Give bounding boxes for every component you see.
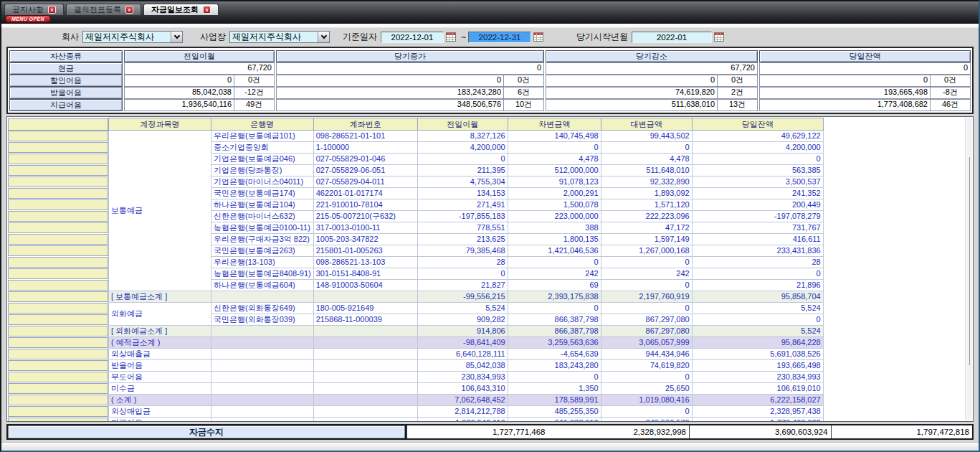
balance-cell[interactable]: 95,858,704 <box>692 291 823 303</box>
carryover-cell[interactable]: -98,641,409 <box>417 337 508 349</box>
credit-cell[interactable]: 944,434,946 <box>601 349 692 360</box>
row-selector[interactable] <box>8 372 108 382</box>
balance-cell[interactable]: 0 <box>692 268 823 280</box>
date-from-input[interactable]: 2022-12-01 <box>381 32 444 43</box>
carryover-cell[interactable]: 5,524 <box>417 303 508 314</box>
bank-name-cell[interactable]: 하나은행(보통예금104) <box>211 199 314 211</box>
carryover-cell[interactable]: 914,806 <box>417 326 508 337</box>
debit-cell[interactable]: 0 <box>508 372 601 383</box>
bank-name-cell[interactable]: 우리은행(구매자금3억 822) <box>211 234 314 245</box>
account-number-cell[interactable]: 462201-01-017174 <box>313 188 417 199</box>
credit-cell[interactable]: 4,478 <box>601 154 692 165</box>
row-selector[interactable] <box>8 211 108 222</box>
credit-cell[interactable]: 1,267,000,168 <box>601 245 692 257</box>
credit-cell[interactable]: 74,619,820 <box>601 360 692 372</box>
account-name-cell[interactable]: 외상매입금 <box>109 406 211 418</box>
debit-cell[interactable]: 0 <box>508 257 601 268</box>
account-number-cell[interactable] <box>313 360 417 372</box>
account-number-cell[interactable] <box>313 337 417 349</box>
tab-fund-daily-report[interactable]: 자금일보조회 x <box>143 4 219 15</box>
carryover-cell[interactable]: 213,625 <box>417 234 508 245</box>
bank-name-cell[interactable]: 국민은행(보통예금263) <box>211 245 314 257</box>
carryover-cell[interactable]: 211,395 <box>417 165 508 176</box>
account-name-cell[interactable]: [ 보통예금소계 ] <box>109 291 211 303</box>
balance-cell[interactable]: 233,431,836 <box>692 245 823 257</box>
row-selector[interactable] <box>8 176 108 187</box>
debit-cell[interactable]: 140,745,498 <box>508 131 601 142</box>
credit-cell[interactable]: 92,332,890 <box>601 176 692 188</box>
row-selector[interactable] <box>8 245 108 256</box>
bank-name-cell[interactable]: 우리은행(보통예금101) <box>211 131 314 142</box>
bank-name-cell[interactable]: 기업은행(보통예금046) <box>211 154 314 165</box>
bank-name-cell[interactable]: 국민은행(외화통장039) <box>211 314 314 326</box>
row-selector[interactable] <box>8 131 108 141</box>
credit-cell[interactable]: 0 <box>601 406 692 418</box>
carryover-cell[interactable]: 271,491 <box>417 199 508 211</box>
row-selector[interactable] <box>8 222 108 233</box>
bank-name-cell[interactable]: 국민은행(보통예금174) <box>211 188 314 199</box>
tab-notice[interactable]: 공지사항 x <box>4 4 64 15</box>
bank-name-cell[interactable] <box>211 360 314 372</box>
account-name-cell[interactable]: 부도어음 <box>109 372 211 383</box>
carryover-cell[interactable]: -99,556,215 <box>417 291 508 303</box>
bank-name-cell[interactable] <box>211 326 314 337</box>
account-number-cell[interactable]: 1-100000 <box>313 142 417 154</box>
debit-cell[interactable]: 2,393,175,838 <box>508 291 601 303</box>
credit-cell[interactable]: 1,893,092 <box>601 188 692 199</box>
account-number-cell[interactable]: 221-910010-78104 <box>313 199 417 211</box>
account-number-cell[interactable] <box>313 383 417 395</box>
bank-name-cell[interactable]: 농협은행(보통예금8408-91) <box>211 268 314 280</box>
debit-cell[interactable]: 1,350 <box>508 383 601 395</box>
carryover-cell[interactable]: 4,755,304 <box>417 176 508 188</box>
scrollbar-thumb[interactable] <box>969 157 970 365</box>
bank-name-cell[interactable]: 신한은행(마이너스632) <box>211 211 314 222</box>
account-group-cell[interactable]: 보통예금 <box>109 131 211 291</box>
account-name-cell[interactable]: 외상매출금 <box>109 349 211 360</box>
balance-cell[interactable]: 106,619,010 <box>692 383 823 395</box>
vertical-scrollbar[interactable] <box>965 118 972 420</box>
account-number-cell[interactable] <box>313 372 417 383</box>
carryover-cell[interactable]: 79,385,468 <box>417 245 508 257</box>
row-selector[interactable] <box>8 360 108 371</box>
date-to-input[interactable]: 2022-12-31 <box>468 32 531 43</box>
account-number-cell[interactable] <box>313 418 417 423</box>
calendar-icon[interactable] <box>714 32 724 42</box>
row-selector[interactable] <box>8 314 108 325</box>
balance-cell[interactable]: -197,078,279 <box>692 211 823 222</box>
company-select[interactable]: 제일저지주식회사 <box>82 31 183 43</box>
carryover-cell[interactable]: 106,643,310 <box>417 383 508 395</box>
credit-cell[interactable]: 867,297,080 <box>601 314 692 326</box>
bank-name-cell[interactable]: 중소기업중앙회 <box>211 142 314 154</box>
balance-cell[interactable]: 2,328,957,438 <box>692 406 823 418</box>
carryover-cell[interactable]: 134,153 <box>417 188 508 199</box>
balance-cell[interactable]: 95,864,228 <box>692 337 823 349</box>
carryover-cell[interactable]: 909,282 <box>417 314 508 326</box>
debit-cell[interactable]: 1,500,078 <box>508 199 601 211</box>
balance-cell[interactable]: 0 <box>692 154 823 165</box>
bank-name-cell[interactable]: 우리은행(13-103) <box>211 257 314 268</box>
balance-cell[interactable]: 731,767 <box>692 222 823 234</box>
bank-name-cell[interactable] <box>211 383 314 395</box>
row-selector[interactable] <box>8 291 108 302</box>
account-name-cell[interactable]: ( 예적금소계 ) <box>109 337 211 349</box>
close-icon[interactable]: x <box>125 6 133 14</box>
account-number-cell[interactable]: 027-055829-04-011 <box>313 176 417 188</box>
balance-cell[interactable]: 563,385 <box>692 165 823 176</box>
balance-cell[interactable]: 200,449 <box>692 199 823 211</box>
account-number-cell[interactable] <box>313 395 417 406</box>
account-number-cell[interactable] <box>313 349 417 360</box>
credit-cell[interactable]: 0 <box>601 257 692 268</box>
row-selector[interactable] <box>8 234 108 245</box>
close-icon[interactable]: x <box>48 6 56 14</box>
debit-cell[interactable]: 866,387,798 <box>508 326 601 337</box>
account-number-cell[interactable]: 027-055829-01-046 <box>313 154 417 165</box>
account-name-cell[interactable]: 지급어음 <box>109 418 211 423</box>
row-selector[interactable] <box>8 337 108 348</box>
bank-name-cell[interactable]: 농협은행(보통예금0100-11) <box>211 222 314 234</box>
carryover-cell[interactable]: 21,827 <box>417 280 508 291</box>
carryover-cell[interactable]: 0 <box>417 268 508 280</box>
debit-cell[interactable]: 1,800,135 <box>508 234 601 245</box>
debit-cell[interactable]: 485,255,350 <box>508 406 601 418</box>
row-selector[interactable] <box>8 418 108 423</box>
chevron-down-icon[interactable] <box>318 32 329 42</box>
